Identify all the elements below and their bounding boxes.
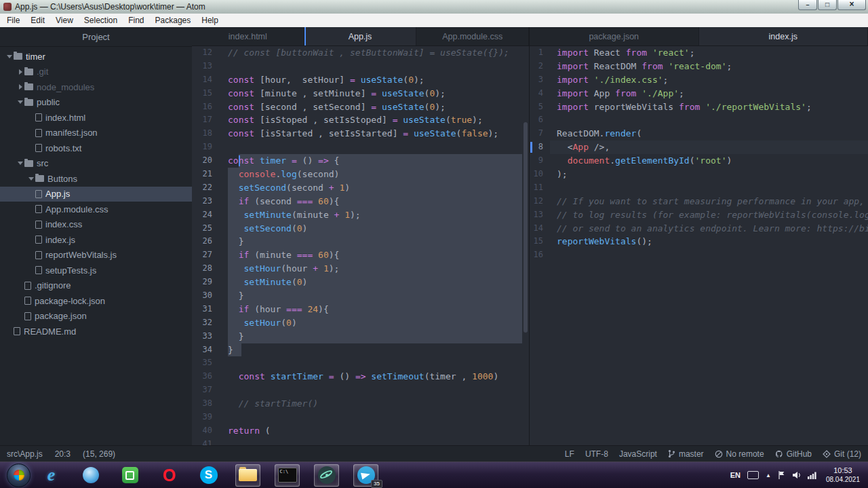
tree-item-robots.txt[interactable]: robots.txt bbox=[0, 140, 192, 156]
line-number: 16 bbox=[192, 100, 219, 114]
folder-icon bbox=[24, 69, 33, 75]
line-number: 16 bbox=[530, 248, 550, 262]
file-icon bbox=[35, 236, 42, 244]
taskbar-skype[interactable]: S bbox=[196, 464, 221, 487]
github[interactable]: GitHub bbox=[775, 449, 812, 459]
tree-item-.gitignore[interactable]: .gitignore bbox=[0, 278, 192, 294]
tree-item-node_modules[interactable]: node_modules bbox=[0, 79, 192, 95]
selection-highlight bbox=[228, 235, 522, 248]
command-prompt-icon: C:\ bbox=[278, 468, 297, 483]
scrollbar-thumb[interactable] bbox=[524, 122, 528, 333]
tree-item-package.json[interactable]: package.json bbox=[0, 309, 192, 324]
cmd-prompt-text: C:\ bbox=[280, 469, 289, 474]
taskbar-green-app[interactable] bbox=[117, 464, 142, 487]
system-tray: EN 10:53 08.04.2021 bbox=[730, 466, 865, 484]
menu-find[interactable]: Find bbox=[123, 14, 149, 27]
keyboard-layout-icon[interactable] bbox=[747, 471, 759, 479]
code-line bbox=[219, 356, 522, 370]
menu-selection[interactable]: Selection bbox=[79, 14, 123, 27]
tree-item-label: Buttons bbox=[47, 174, 77, 184]
code-line: setHour(0) bbox=[219, 316, 522, 330]
tab-app.module.css[interactable]: App.module.css bbox=[416, 27, 529, 45]
tree-item-readme.md[interactable]: README.md bbox=[0, 324, 192, 339]
taskbar-file-explorer[interactable] bbox=[235, 464, 260, 487]
chevron-icon bbox=[16, 84, 24, 90]
tree-item-package-lock.json[interactable]: package-lock.json bbox=[0, 293, 192, 309]
taskbar-command-prompt[interactable]: C:\ bbox=[275, 464, 300, 487]
tree-item-buttons[interactable]: Buttons bbox=[0, 171, 192, 187]
start-button[interactable] bbox=[7, 464, 31, 487]
git-changes[interactable]: Git (12) bbox=[823, 449, 861, 459]
tree-item-reportwebvitals.js[interactable]: reportWebVitals.js bbox=[0, 248, 192, 263]
tab-app.js[interactable]: App.js bbox=[304, 27, 417, 45]
status-label: master bbox=[679, 449, 704, 459]
tree-item-index.js[interactable]: index.js bbox=[0, 232, 192, 248]
tab-index.js[interactable]: index.js bbox=[699, 27, 868, 45]
right-gutter: 12345678910111213141516 bbox=[530, 46, 550, 445]
code-line: const timer = () => { bbox=[219, 154, 522, 168]
line-ending[interactable]: LF bbox=[565, 449, 574, 459]
menu-help[interactable]: Help bbox=[196, 14, 224, 27]
git-branch[interactable]: master bbox=[668, 449, 704, 459]
code-line: import './index.css'; bbox=[550, 73, 868, 87]
close-button[interactable] bbox=[837, 0, 866, 10]
status-label: JavaScript bbox=[619, 449, 657, 459]
taskbar-atom[interactable] bbox=[314, 464, 339, 487]
file-icon bbox=[24, 312, 31, 320]
selection-count[interactable]: (15, 269) bbox=[83, 449, 115, 459]
line-number: 8 bbox=[530, 140, 550, 154]
encoding[interactable]: UTF-8 bbox=[585, 449, 608, 459]
tree-item-.git[interactable]: .git bbox=[0, 64, 192, 80]
taskbar-internet-explorer[interactable]: e bbox=[39, 464, 64, 487]
minimize-button[interactable] bbox=[798, 0, 817, 10]
tab-index.html[interactable]: index.html bbox=[192, 27, 304, 45]
file-icon bbox=[24, 297, 31, 305]
language-indicator[interactable]: EN bbox=[730, 471, 741, 479]
no-remote[interactable]: No remote bbox=[715, 449, 764, 459]
tree-item-app.module.css[interactable]: App.module.css bbox=[0, 202, 192, 217]
editor-app-js: 1213141516171819202122232425262728293031… bbox=[192, 46, 522, 445]
tab-label: App.js bbox=[349, 32, 372, 41]
right-code-area[interactable]: import React from 'react';import ReactDO… bbox=[550, 46, 868, 445]
tree-item-manifest.json[interactable]: manifest.json bbox=[0, 126, 192, 141]
volume-icon[interactable] bbox=[792, 471, 801, 479]
taskbar-opera[interactable]: O bbox=[157, 464, 182, 487]
tree-item-setuptests.js[interactable]: setupTests.js bbox=[0, 263, 192, 278]
menu-view[interactable]: View bbox=[50, 14, 79, 27]
tree-item-label: package-lock.json bbox=[35, 296, 105, 306]
right-pane-tabs: package.jsonindex.js bbox=[529, 27, 868, 45]
code-line: } bbox=[219, 343, 522, 357]
network-icon[interactable] bbox=[808, 472, 816, 479]
green-app-icon bbox=[122, 467, 138, 483]
file-path[interactable]: src\App.js bbox=[7, 449, 43, 459]
line-number: 3 bbox=[530, 73, 550, 87]
menu-edit[interactable]: Edit bbox=[25, 14, 50, 27]
cursor-position[interactable]: 20:3 bbox=[55, 449, 71, 459]
taskbar-browser-blue[interactable] bbox=[78, 464, 103, 487]
left-code-area[interactable]: // const [buttonWait , setButtonWait] = … bbox=[219, 46, 522, 445]
tree-item-public[interactable]: public bbox=[0, 95, 192, 111]
folder-icon bbox=[24, 160, 33, 167]
code-line: } bbox=[219, 330, 522, 343]
code-line bbox=[219, 383, 522, 397]
tree-item-index.html[interactable]: index.html bbox=[0, 110, 192, 126]
tree-item-timer[interactable]: timer bbox=[0, 49, 192, 64]
clock[interactable]: 10:53 08.04.2021 bbox=[826, 466, 860, 484]
tree-item-src[interactable]: src bbox=[0, 156, 192, 172]
tree-item-app.js[interactable]: App.js bbox=[0, 187, 192, 202]
code-line: import React from 'react'; bbox=[550, 46, 868, 60]
tree-item-index.css[interactable]: index.css bbox=[0, 217, 192, 233]
menu-file[interactable]: File bbox=[1, 14, 25, 27]
sidebar-header: Project bbox=[0, 27, 192, 47]
file-icon bbox=[35, 129, 42, 137]
show-hidden-icons[interactable] bbox=[766, 472, 771, 478]
window-titlebar[interactable]: App.js — C:\Users\Asus\Desktop\work\time… bbox=[0, 0, 868, 14]
grammar[interactable]: JavaScript bbox=[619, 449, 657, 459]
maximize-button[interactable] bbox=[818, 0, 837, 10]
menu-packages[interactable]: Packages bbox=[150, 14, 197, 27]
line-number: 12 bbox=[192, 46, 219, 60]
tab-package.json[interactable]: package.json bbox=[530, 27, 699, 45]
taskbar-apps: eOSC:\35 bbox=[39, 464, 378, 487]
taskbar-telegram[interactable]: 35 bbox=[353, 464, 378, 487]
action-center-flag-icon[interactable] bbox=[778, 471, 785, 479]
